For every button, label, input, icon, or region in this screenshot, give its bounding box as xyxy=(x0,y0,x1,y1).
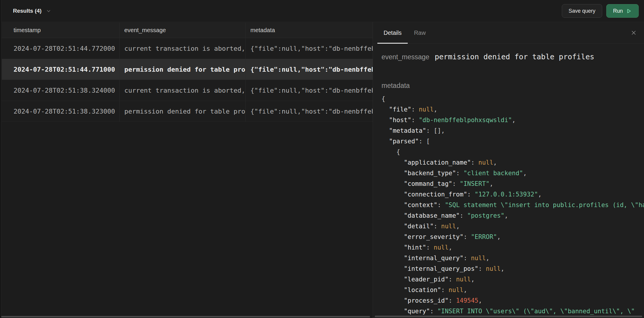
cell-timestamp: 2024-07-28T02:51:44.772000 xyxy=(2,38,120,59)
json-line: { xyxy=(382,147,644,157)
event-message-row: event_message permission denied for tabl… xyxy=(382,53,644,61)
event-message-label: event_message xyxy=(382,53,429,61)
cell-event-message: permission denied for table profiles xyxy=(120,59,246,80)
json-viewer: { "file": null, "host": "db-nenbffeblpoh… xyxy=(382,94,644,317)
panel-tabbar: DetailsRaw xyxy=(373,22,644,44)
run-button[interactable]: Run xyxy=(606,4,639,18)
table-row[interactable]: 2024-07-28T02:51:44.771000permission den… xyxy=(2,59,373,80)
cell-metadata: {"file":null,"host":"db-nenbffeblpohxsqw… xyxy=(246,59,373,80)
json-line: "internal_query": null, xyxy=(382,253,644,263)
cell-metadata: {"file":null,"host":"db-nenbffeblpohxsqw… xyxy=(246,80,373,101)
tab-details[interactable]: Details xyxy=(377,22,408,43)
json-line: "command_tag": "INSERT", xyxy=(382,178,644,189)
json-line: "metadata": [], xyxy=(382,125,644,136)
column-header-metadata: metadata xyxy=(246,22,373,38)
results-count-label: Results (4) xyxy=(13,8,42,14)
toolbar: Results (4) Save query Run xyxy=(0,0,644,22)
toolbar-actions: Save query Run xyxy=(562,4,639,18)
json-line: "error_severity": "ERROR", xyxy=(382,232,644,242)
panel-content: event_message permission denied for tabl… xyxy=(373,53,644,317)
json-line: "host": "db-nenbffeblpohxsqwsldi", xyxy=(382,115,644,125)
json-line: "hint": null, xyxy=(382,242,644,253)
metadata-label: metadata xyxy=(382,82,644,90)
json-line: "internal_query_pos": null, xyxy=(382,263,644,274)
run-button-label: Run xyxy=(613,8,623,14)
cell-metadata: {"file":null,"host":"db-nenbffeblpohxsqw… xyxy=(246,101,373,122)
column-header-event-message: event_message xyxy=(120,22,246,38)
table-row[interactable]: 2024-07-28T02:51:38.324000current transa… xyxy=(2,80,373,101)
cell-event-message: current transaction is aborted, commands… xyxy=(120,38,246,59)
json-line: "location": null, xyxy=(382,285,644,295)
table-row[interactable]: 2024-07-28T02:51:38.323000permission den… xyxy=(2,101,373,122)
close-icon xyxy=(630,29,637,36)
cell-metadata: {"file":null,"host":"db-nenbffeblpohxsqw… xyxy=(246,38,373,59)
json-line: "application_name": null, xyxy=(382,157,644,168)
json-line: "backend_type": "client backend", xyxy=(382,168,644,178)
json-line: "process_id": 149545, xyxy=(382,295,644,306)
cell-event-message: permission denied for table profiles xyxy=(120,101,246,122)
panel-tabs: DetailsRaw xyxy=(377,22,432,43)
json-line: "detail": null, xyxy=(382,221,644,232)
table-body: 2024-07-28T02:51:44.772000current transa… xyxy=(2,38,373,122)
cell-timestamp: 2024-07-28T02:51:44.771000 xyxy=(2,59,120,80)
cell-timestamp: 2024-07-28T02:51:38.324000 xyxy=(2,80,120,101)
json-line: "database_name": "postgres", xyxy=(382,210,644,221)
json-line: "query": "INSERT INTO \"users\" (\"aud\"… xyxy=(382,306,644,317)
table-row[interactable]: 2024-07-28T02:51:44.772000current transa… xyxy=(2,38,373,59)
close-panel-button[interactable] xyxy=(629,28,639,38)
json-line: "context": "SQL statement \"insert into … xyxy=(382,200,644,210)
detail-panel: DetailsRaw event_message permission deni… xyxy=(373,22,644,318)
cell-event-message: current transaction is aborted, commands… xyxy=(120,80,246,101)
results-table: timestamp event_message metadata 2024-07… xyxy=(2,22,373,318)
tab-raw[interactable]: Raw xyxy=(408,22,432,43)
json-line: "connection_from": "127.0.0.1:53932", xyxy=(382,189,644,200)
chevron-down-icon xyxy=(46,8,52,14)
json-line: "parsed": [ xyxy=(382,136,644,147)
cell-timestamp: 2024-07-28T02:51:38.323000 xyxy=(2,101,120,122)
play-icon xyxy=(626,8,632,14)
json-line: "leader_pid": null, xyxy=(382,274,644,285)
table-header-row: timestamp event_message metadata xyxy=(2,22,373,38)
json-line: { xyxy=(382,94,644,104)
left-edge-rail xyxy=(0,0,1,318)
table-hscrollbar-thumb[interactable] xyxy=(1,316,370,317)
event-message-value: permission denied for table profiles xyxy=(435,53,594,61)
column-header-timestamp: timestamp xyxy=(2,22,120,38)
save-query-button[interactable]: Save query xyxy=(562,4,602,18)
panel-hscrollbar-thumb[interactable] xyxy=(375,316,642,317)
results-dropdown[interactable]: Results (4) xyxy=(13,8,52,14)
json-line: "file": null, xyxy=(382,104,644,115)
